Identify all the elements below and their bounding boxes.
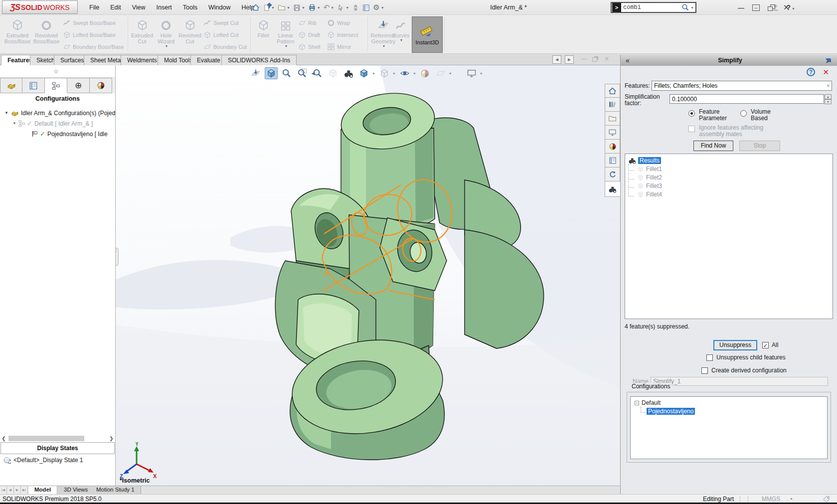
cfg-child-row[interactable]: Pojednostavljeno (641, 407, 827, 416)
status-units[interactable]: MMGS (762, 496, 780, 503)
save-dropdown-icon[interactable]: ▼ (302, 6, 305, 9)
menu-window[interactable]: Window (203, 0, 236, 15)
fillet2-label[interactable]: Fillet2 (646, 174, 662, 181)
rib-button[interactable]: Rib (298, 17, 317, 28)
collapse-pane-icon[interactable]: « (626, 56, 636, 64)
wrap-button[interactable]: Wrap (327, 17, 350, 28)
extruded-cut-button[interactable]: ExtrudedCut (130, 16, 155, 52)
linear-pattern-dropdown-icon[interactable]: ▼ (285, 44, 288, 48)
feature-parameter-radio[interactable]: FeatureParameter (688, 109, 727, 122)
config-root-label[interactable]: Idler Arm_& Configuration(s) (Pojed (21, 110, 115, 117)
collapse-node-icon[interactable]: − (635, 401, 639, 405)
pane-left-arrow-button[interactable]: ◀ (552, 55, 561, 64)
checkbox-unchecked-icon[interactable] (701, 367, 708, 374)
config-pojednostavljeno-label[interactable]: Pojednostavljeno [ Idle (47, 131, 108, 138)
tab-solidworks-forum[interactable] (605, 168, 620, 181)
panel-splitter-handle[interactable]: ⁞ (116, 248, 119, 266)
tab-property-manager[interactable] (22, 78, 45, 93)
config-default-row[interactable]: ▼ ✓ Default [ Idler Arm_& ] (0, 118, 115, 129)
swept-boss-base-button[interactable]: Swept Boss/Base (63, 17, 116, 28)
open-dropdown-icon[interactable]: ▼ (287, 6, 290, 9)
search-icon[interactable] (681, 3, 689, 11)
view-orientation-dropdown-icon[interactable]: ▼ (372, 72, 375, 75)
spin-up-icon[interactable]: ▲ (825, 94, 832, 99)
tab-dimxpert-manager[interactable]: ⊕ (67, 78, 90, 93)
dynamic-annotation-button[interactable] (342, 67, 355, 79)
spin-down-icon[interactable]: ▼ (825, 99, 832, 104)
curves-dropdown-icon[interactable]: ▼ (400, 38, 403, 42)
search-input[interactable]: combi (623, 4, 681, 11)
menu-tools[interactable]: Tools (177, 0, 203, 15)
options-dropdown-icon[interactable]: ▼ (381, 6, 384, 9)
scroll-right-icon[interactable]: ❯ (108, 436, 115, 441)
tab-custom-properties[interactable] (605, 154, 620, 168)
tab-model[interactable]: Model (28, 486, 57, 494)
new-document-button[interactable]: ▼ (262, 1, 276, 13)
radio-on-icon[interactable] (688, 110, 695, 117)
tab-display-manager[interactable] (90, 78, 112, 93)
instant3d-button[interactable]: Instant3D (412, 16, 443, 53)
scene-dropdown-icon[interactable]: ▼ (449, 72, 452, 75)
results-root-label[interactable]: Results (638, 157, 661, 164)
close-button[interactable]: ✕ (783, 3, 790, 12)
menu-insert[interactable]: Insert (151, 0, 177, 15)
simplify-close-icon[interactable]: ✕ (823, 68, 829, 77)
simplify-help-button[interactable]: ? (807, 68, 815, 76)
results-tree-box[interactable]: Results Fillet1 Fillet2 Fillet3 Fillet4 (625, 154, 833, 319)
linear-pattern-button[interactable]: LinearPattern ▼ (274, 16, 297, 52)
shell-button[interactable]: Shell (298, 41, 320, 52)
config-tree-root-row[interactable]: ▼ Idler Arm_& Configuration(s) (Pojed (0, 108, 115, 118)
fillet4-row[interactable]: Fillet4 (625, 190, 833, 198)
boundary-cut-button[interactable]: Boundary Cut (203, 41, 247, 52)
factor-spinner[interactable]: ▲▼ (825, 94, 832, 104)
tab-weldments[interactable]: Weldments (121, 55, 164, 65)
cfg-default-row[interactable]: − Default (635, 399, 827, 406)
previous-view-button[interactable]: ◀ (311, 67, 324, 79)
view-orientation-button[interactable] (357, 67, 370, 79)
fillet-button[interactable]: Fillet (252, 16, 274, 52)
scroll-left-icon[interactable]: ❮ (0, 436, 7, 441)
boundary-boss-base-button[interactable]: Boundary Boss/Base (63, 41, 124, 52)
tab-simplify-utility[interactable] (605, 181, 620, 197)
first-tab-icon[interactable]: |◀ (0, 486, 7, 494)
print-dropdown-icon[interactable]: ▼ (317, 6, 321, 9)
find-now-button[interactable]: Find Now (693, 141, 733, 151)
select-button[interactable]: ▼ (336, 1, 350, 13)
extruded-boss-base-button[interactable]: ExtrudedBoss/Base (3, 16, 32, 52)
minimize-button[interactable]: — (738, 4, 744, 11)
hide-show-items-button[interactable] (398, 67, 411, 79)
lofted-cut-button[interactable]: Lofted Cut (203, 29, 239, 40)
fillet3-label[interactable]: Fillet3 (646, 182, 662, 189)
configurations-tree[interactable]: − Default Pojednostavljeno (630, 396, 828, 459)
next-tab-icon[interactable]: ▶ (14, 486, 21, 494)
last-tab-icon[interactable]: ▶| (21, 486, 28, 494)
cascade-button[interactable] (768, 4, 775, 11)
revolved-boss-base-button[interactable]: RevolvedBoss/Base (32, 16, 61, 52)
swept-cut-button[interactable]: Swept Cut (203, 17, 239, 28)
unsuppress-button[interactable]: Unsuppress (713, 340, 757, 350)
search-box[interactable]: > combi ▼ (611, 2, 696, 13)
select-dropdown-icon[interactable]: ▼ (345, 6, 349, 9)
config-pojednostavljeno-row[interactable]: ✓ Pojednostavljeno [ Idle (0, 129, 115, 139)
checkbox-checked-icon[interactable]: ✓ (762, 342, 769, 348)
feature-manager-hscrollbar[interactable]: ❮ ❯ (0, 435, 115, 442)
view-settings-button[interactable] (465, 67, 478, 79)
factor-input[interactable]: 0.100000 (670, 94, 824, 104)
tab-motion-study-1[interactable]: Motion Study 1 (90, 486, 141, 494)
all-checkbox[interactable]: ✓ All (762, 341, 778, 348)
tab-view-palette[interactable] (605, 126, 620, 140)
undo-dropdown-icon[interactable]: ▼ (331, 6, 334, 9)
intersect-button[interactable]: Intersect (327, 29, 358, 40)
revolved-cut-button[interactable]: RevolvedCut (177, 16, 202, 52)
mirror-button[interactable]: Mirror (327, 41, 351, 52)
expand-arrow-icon[interactable]: ▼ (2, 111, 11, 115)
prev-tab-icon[interactable]: ◀ (7, 486, 14, 494)
hole-wizard-button[interactable]: HoleWizard ▼ (155, 16, 177, 52)
tab-feature-manager-tree[interactable] (0, 78, 22, 93)
undo-button[interactable]: ↶▼ (323, 1, 335, 13)
section-view-button[interactable] (327, 67, 339, 79)
display-state-row[interactable]: <Default>_Display State 1 (3, 456, 83, 464)
cfg-child-label[interactable]: Pojednostavljeno (647, 408, 695, 415)
home-button[interactable] (251, 1, 261, 13)
search-dropdown-icon[interactable]: ▼ (690, 6, 694, 9)
